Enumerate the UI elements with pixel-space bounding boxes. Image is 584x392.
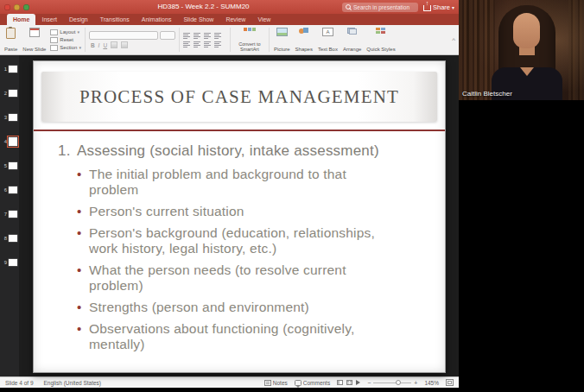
tab-animations[interactable]: Animations [136, 14, 178, 25]
close-button[interactable] [4, 4, 10, 10]
tab-home[interactable]: Home [7, 14, 35, 25]
slide-thumbnail-4-selected[interactable]: 4 [0, 133, 19, 150]
minimize-button[interactable] [14, 4, 20, 10]
zoom-out-button[interactable]: − [367, 380, 371, 386]
quick-styles-button[interactable]: Quick Styles [365, 27, 396, 53]
notes-button[interactable]: Notes [264, 380, 288, 386]
paste-icon [6, 28, 16, 39]
reset-button[interactable]: Reset [50, 37, 81, 43]
paste-button[interactable]: Paste [3, 27, 18, 53]
numbered-list-button[interactable] [194, 33, 200, 39]
zoom-slider-knob[interactable] [396, 380, 401, 385]
shapes-button[interactable]: Shapes [295, 27, 314, 53]
comments-button[interactable]: Comments [295, 380, 330, 386]
highlight-color-button[interactable] [111, 41, 117, 48]
bullet-marker: • [77, 167, 89, 198]
bold-button[interactable]: B [91, 42, 95, 48]
zoom-in-button[interactable]: + [414, 380, 417, 386]
tab-insert[interactable]: Insert [35, 14, 63, 25]
titlebar: HD385 - Week 2.2 - SUMM20 Search in pres… [0, 0, 459, 14]
indent-decrease-button[interactable] [204, 33, 211, 39]
slideshow-button[interactable] [356, 380, 360, 385]
underline-button[interactable]: U [103, 42, 107, 48]
bullet-list-button[interactable] [183, 33, 190, 39]
participant-name: Caitlin Bletscher [462, 90, 512, 98]
slide-title: PROCESS OF CASE MANAGEMENT [79, 86, 399, 108]
search-placeholder: Search in presentation [353, 4, 409, 10]
thumb-number: 9 [1, 260, 7, 265]
tab-design[interactable]: Design [63, 14, 94, 25]
slide-thumbnail-3[interactable]: 3 [0, 109, 19, 126]
fit-slide-button[interactable] [446, 379, 454, 386]
indent-increase-button[interactable] [214, 33, 221, 39]
slide-thumbnail-2[interactable]: 2 [0, 85, 19, 102]
ribbon-tab-bar: Home Insert Design Transitions Animation… [0, 14, 459, 25]
share-icon: ↑ [423, 5, 431, 11]
font-color-button[interactable] [121, 41, 128, 48]
paste-label: Paste [4, 47, 17, 52]
thumb-preview [9, 137, 17, 146]
tab-slide-show[interactable]: Slide Show [177, 14, 219, 25]
language-indicator[interactable]: English (United States) [44, 380, 101, 386]
align-right-button[interactable] [204, 41, 211, 47]
thumb-number: 6 [1, 187, 7, 193]
webcam-overlay: Caitlin Bletscher [459, 0, 584, 100]
collapse-ribbon-button[interactable]: ^ [452, 36, 455, 44]
layout-button[interactable]: Layout ▾ [50, 29, 81, 35]
bullet-marker: • [77, 225, 89, 256]
picture-button[interactable]: Picture [273, 27, 291, 53]
slide-title-box[interactable]: PROCESS OF CASE MANAGEMENT [41, 72, 437, 122]
tab-view[interactable]: View [251, 14, 276, 25]
fullscreen-button[interactable] [23, 4, 29, 10]
justify-button[interactable] [214, 41, 221, 47]
slide-thumbnail-9[interactable]: 9 [0, 254, 19, 271]
search-input[interactable]: Search in presentation [342, 3, 418, 12]
section-button[interactable]: Section ▾ [50, 45, 81, 51]
ribbon-separator [269, 28, 270, 52]
window-title: HD385 - Week 2.2 - SUMM20 [78, 0, 329, 14]
reset-icon [50, 37, 58, 43]
reset-label: Reset [60, 37, 73, 42]
convert-smartart-button[interactable]: Convert to SmartArt [234, 27, 265, 53]
quick-styles-icon [376, 28, 385, 35]
bullet-text: Person's current situation [89, 204, 244, 219]
tab-transitions[interactable]: Transitions [94, 14, 136, 25]
font-name-select[interactable] [89, 31, 158, 40]
normal-view-button[interactable] [337, 380, 343, 385]
arrange-icon [347, 28, 357, 35]
section-icon [50, 45, 58, 51]
thumb-preview [9, 187, 17, 193]
ribbon-separator [85, 28, 86, 52]
arrange-label: Arrange [343, 47, 361, 52]
slide-thumbnail-6[interactable]: 6 [0, 181, 19, 199]
bookshelf-left [459, 0, 495, 100]
ribbon-toolbar: Paste New Slide Layout ▾ Reset Sectio [0, 25, 459, 55]
italic-button[interactable]: I [98, 42, 100, 48]
slide-thumbnail-8[interactable]: 8 [0, 230, 19, 247]
numbered-item: 1. Assessing (social history, intake ass… [58, 142, 428, 160]
tab-review[interactable]: Review [219, 14, 251, 25]
bullet-text: Strengths (person and environment) [89, 300, 309, 315]
slide-sorter-view-button[interactable] [346, 380, 352, 385]
thumb-preview [9, 114, 17, 121]
slide-thumbnail-1[interactable]: 1 [0, 60, 19, 78]
bookshelf-right [568, 0, 584, 100]
zoom-slider[interactable] [373, 383, 411, 383]
screen: HD385 - Week 2.2 - SUMM20 Search in pres… [0, 0, 584, 392]
text-box-button[interactable]: Text Box [317, 27, 339, 53]
align-left-button[interactable] [183, 41, 190, 47]
slide-thumbnail-7[interactable]: 7 [0, 205, 19, 223]
align-center-button[interactable] [194, 41, 200, 47]
bullet-text: Observations about functioning (cognitiv… [89, 321, 387, 352]
slide-thumbnail-5[interactable]: 5 [0, 157, 19, 174]
share-button[interactable]: ↑ Share ▾ [423, 3, 454, 11]
new-slide-button[interactable]: New Slide [22, 27, 47, 53]
bullet-item: • The initial problem and background to … [77, 167, 428, 198]
font-size-select[interactable] [160, 31, 175, 40]
bullet-text: The initial problem and background to th… [89, 167, 387, 198]
arrange-button[interactable]: Arrange [342, 27, 362, 53]
bullet-item: • Person's background (education, relati… [77, 225, 428, 256]
slide-body-box[interactable]: 1. Assessing (social history, intake ass… [34, 131, 445, 352]
zoom-level: 145% [424, 380, 439, 386]
paragraph-group [183, 27, 226, 53]
